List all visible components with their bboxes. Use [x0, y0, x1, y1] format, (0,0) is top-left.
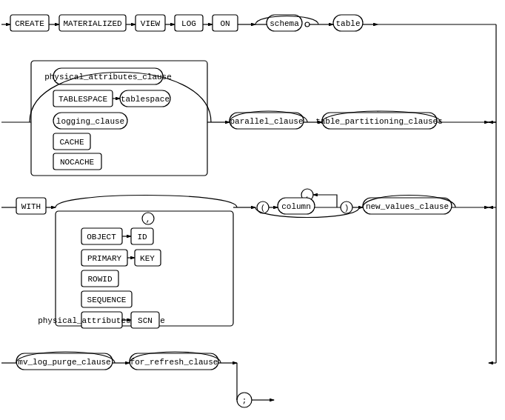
new-values-label: new_values_clause [366, 202, 449, 211]
on-label: ON [220, 19, 230, 28]
object-label: OBJECT [87, 233, 116, 241]
parallel-clause-label: parallel_clause [230, 117, 303, 126]
dot-separator [305, 22, 310, 27]
column-label: column [281, 202, 311, 211]
comma-row3: , [146, 215, 151, 224]
with-label: WITH [21, 202, 41, 211]
scn-label: SCN [138, 316, 153, 325]
open-paren-label: ( [261, 204, 266, 213]
materialized-label: MATERIALIZED [63, 19, 122, 28]
mv-log-purge-label: mv_log_purge_clause [18, 358, 110, 367]
semicolon-label: ; [242, 396, 247, 405]
close-paren-label: ) [344, 204, 350, 213]
with-bypass [56, 196, 237, 208]
nocache-label: NOCACHE [60, 158, 95, 167]
key-label: KEY [140, 254, 155, 263]
primary-label: PRIMARY [87, 254, 122, 263]
tablespace-val-label: tablespace [121, 95, 170, 104]
physical-attr-label: physical_attributes_clause [44, 73, 172, 81]
schema-label: schema [270, 19, 299, 28]
rowid-label: ROWID [87, 275, 112, 284]
table-label: table [335, 19, 360, 28]
column-loop [313, 195, 337, 207]
logging-clause-label: logging_clause [56, 117, 124, 126]
view-label: VIEW [141, 19, 161, 28]
create-label: CREATE [15, 19, 44, 28]
id-label: ID [137, 233, 147, 241]
tablespace-kw-label: TABLESPACE [58, 95, 107, 104]
sequence-label: SEQUENCE [87, 296, 127, 304]
cache-label: CACHE [59, 138, 84, 147]
for-refresh-label: for_refresh_clause [130, 358, 218, 367]
syntax-diagram: CREATE MATERIALIZED VIEW LOG ON schema t… [0, 0, 505, 420]
partitioning-label: table_partitioning_clauses [315, 117, 443, 126]
log-label: LOG [181, 19, 196, 28]
